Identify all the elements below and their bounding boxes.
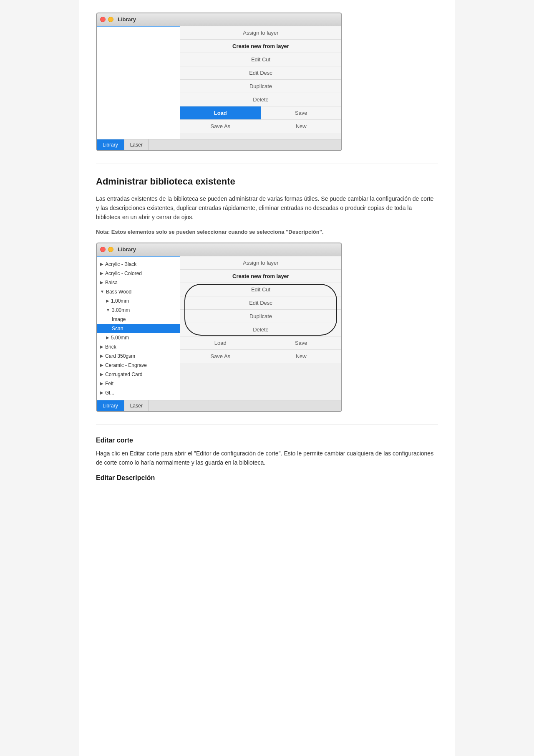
create-new-from-layer-btn-1[interactable]: Create new from layer (180, 40, 341, 53)
window-title-1: Library (118, 15, 136, 24)
save-as-btn-1[interactable]: Save As (180, 120, 261, 133)
tree-item[interactable]: ▼ Bass Wood (97, 287, 180, 296)
minimize-icon[interactable] (108, 17, 113, 22)
divider-1 (96, 164, 438, 164)
edit-desc-btn-2[interactable]: Edit Desc (180, 296, 341, 310)
tree-item[interactable]: Scan (97, 324, 180, 333)
library-list-pane-2: ▶ Acrylic - Black▶ Acrylic - Colored▶ Ba… (97, 256, 180, 400)
library-list-pane-1 (97, 26, 180, 139)
save-btn-2[interactable]: Save (261, 336, 342, 349)
tree-item[interactable]: ▶ Corrugated Card (97, 370, 180, 379)
tree-item[interactable]: ▼ 3.00mm (97, 306, 180, 315)
tree-item[interactable]: ▶ Gl... (97, 388, 180, 397)
close-icon-2[interactable] (100, 247, 106, 252)
tree-item[interactable]: ▶ 1.00mm (97, 296, 180, 306)
footer-laser-tab-1[interactable]: Laser (124, 139, 149, 150)
section-body-1: Las entradas existentes de la biblioteca… (96, 194, 438, 222)
load-save-row-2: Load Save (180, 336, 341, 350)
assign-to-layer-btn-1[interactable]: Assign to layer (180, 26, 341, 40)
library-footer-2: Library Laser (97, 400, 341, 411)
library-footer-1: Library Laser (97, 139, 341, 150)
titlebar-2: Library (97, 243, 341, 256)
section-title-3: Editar Descripción (96, 473, 438, 483)
minimize-icon-2[interactable] (108, 247, 113, 252)
duplicate-btn-2[interactable]: Duplicate (180, 310, 341, 323)
divider-2 (96, 425, 438, 425)
new-btn-1[interactable]: New (261, 120, 342, 133)
load-btn-2[interactable]: Load (180, 336, 261, 349)
save-btn-1[interactable]: Save (261, 106, 342, 119)
delete-btn-1[interactable]: Delete (180, 93, 341, 106)
load-save-row-1: Load Save (180, 106, 341, 120)
save-as-btn-2[interactable]: Save As (180, 350, 261, 363)
page-container: Library Assign to layer Create new from … (79, 0, 455, 756)
tree-item[interactable]: ▶ Ceramic - Engrave (97, 361, 180, 370)
create-new-from-layer-btn-2[interactable]: Create new from layer (180, 270, 341, 283)
duplicate-btn-1[interactable]: Duplicate (180, 80, 341, 93)
titlebar-1: Library (97, 13, 341, 26)
library-action-pane-1: Assign to layer Create new from layer Ed… (180, 26, 341, 139)
close-icon[interactable] (100, 17, 106, 22)
section-title-1: Administrar biblioteca existente (96, 174, 438, 188)
tree-item[interactable]: Image (97, 315, 180, 324)
section-title-2: Editar corte (96, 435, 438, 445)
footer-library-tab-1[interactable]: Library (97, 139, 124, 150)
new-btn-2[interactable]: New (261, 350, 342, 363)
tree-item[interactable]: ▶ Balsa (97, 278, 180, 287)
saveas-new-row-2: Save As New (180, 350, 341, 363)
edit-cut-btn-1[interactable]: Edit Cut (180, 53, 341, 66)
library-window-1: Library Assign to layer Create new from … (96, 13, 342, 151)
oval-group: Edit Cut Edit Desc Duplicate Delete (180, 283, 341, 336)
library-window-2: Library ▶ Acrylic - Black▶ Acrylic - Col… (96, 243, 342, 412)
edit-desc-btn-1[interactable]: Edit Desc (180, 66, 341, 80)
footer-laser-tab-2[interactable]: Laser (124, 400, 149, 411)
tree-item[interactable]: ▶ Acrylic - Black (97, 260, 180, 269)
library-body-1: Assign to layer Create new from layer Ed… (97, 26, 341, 139)
edit-cut-btn-2[interactable]: Edit Cut (180, 283, 341, 296)
delete-btn-2[interactable]: Delete (180, 323, 341, 336)
footer-library-tab-2[interactable]: Library (97, 400, 124, 411)
tree-item[interactable]: ▶ Brick (97, 342, 180, 351)
load-btn-1[interactable]: Load (180, 106, 261, 119)
section-note-1: Nota: Estos elementos solo se pueden sel… (96, 228, 438, 236)
library-action-pane-2: Assign to layer Create new from layer Ed… (180, 256, 341, 400)
section-body-2: Haga clic en Editar corte para abrir el … (96, 449, 438, 468)
tree-item[interactable]: ▶ Felt (97, 379, 180, 388)
window-title-2: Library (118, 245, 136, 254)
tree-item[interactable]: ▶ Card 350gsm (97, 351, 180, 361)
tree-item[interactable]: ▶ 5.00mm (97, 333, 180, 342)
tree-item[interactable]: ▶ Acrylic - Colored (97, 269, 180, 278)
saveas-new-row-1: Save As New (180, 120, 341, 133)
assign-to-layer-btn-2[interactable]: Assign to layer (180, 256, 341, 270)
tree-container: ▶ Acrylic - Black▶ Acrylic - Colored▶ Ba… (97, 260, 180, 397)
library-body-2: ▶ Acrylic - Black▶ Acrylic - Colored▶ Ba… (97, 256, 341, 400)
